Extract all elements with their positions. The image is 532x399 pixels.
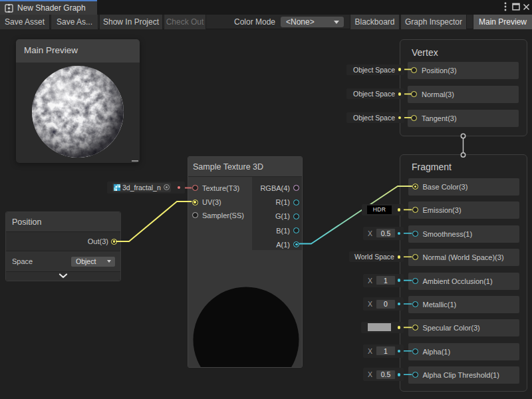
position-binding-widget[interactable]: Object Space	[346, 65, 404, 75]
r-output-label: R(1)	[276, 198, 290, 206]
texture-object-field[interactable]: 3d_fractal_n	[112, 183, 171, 192]
ambient-occlusion-float-widget[interactable]: X 1	[363, 274, 404, 287]
window-menu-button[interactable]	[504, 0, 507, 13]
alpha-widget-dot	[398, 350, 401, 353]
metallic-x-label: X	[368, 300, 372, 308]
metallic-float-widget[interactable]: X 0	[363, 297, 404, 311]
alpha-value-field[interactable]: 1	[376, 346, 396, 356]
fragment-slot-metallic: Metallic(1)	[408, 296, 519, 313]
smoothness-x-label: X	[368, 229, 372, 237]
normal-binding-widget[interactable]: Object Space	[346, 88, 404, 99]
sampler-input-port[interactable]	[192, 212, 198, 218]
graph-inspector-label: Graph Inspector	[405, 17, 462, 27]
smoothness-widget-dot	[398, 232, 401, 235]
color-mode-dropdown[interactable]: <None>	[281, 17, 344, 27]
position-out-port[interactable]	[111, 239, 117, 245]
vertex-position-port[interactable]	[411, 67, 417, 73]
blackboard-toggle-button[interactable]: Blackboard	[350, 15, 400, 29]
alpha-clip-port[interactable]	[412, 372, 418, 378]
position-binding-dot	[398, 68, 402, 71]
metallic-value-field[interactable]: 0	[376, 299, 396, 309]
main-preview-label: Main Preview	[479, 17, 527, 27]
ambient-occlusion-port[interactable]	[412, 278, 418, 284]
vertex-slot-normal: Normal(3)	[408, 86, 519, 103]
g-output-label: G(1)	[275, 212, 290, 220]
toolbar: Save Asset Save As... Show In Project Ch…	[0, 15, 532, 29]
graph-inspector-toggle-button[interactable]: Graph Inspector	[400, 15, 467, 29]
base-color-label: Base Color(3)	[423, 183, 468, 191]
emission-widget-dot	[398, 208, 401, 211]
vertex-normal-label: Normal(3)	[422, 90, 454, 98]
rgba-output-label: RGBA(4)	[260, 184, 290, 192]
emission-hdr-widget[interactable]: HDR	[362, 204, 404, 215]
alpha-label: Alpha(1)	[423, 348, 451, 356]
main-preview-header[interactable]: Main Preview	[16, 39, 140, 63]
tangent-binding-widget[interactable]: Object Space	[346, 112, 404, 123]
normal-widget-dot	[398, 255, 401, 259]
sample-texture-3d-node[interactable]: Sample Texture 3D Texture(T3) UV(3) Samp…	[188, 156, 303, 368]
normal-space-widget[interactable]: World Space	[349, 251, 404, 262]
sample-texture-titlebar: Sample Texture 3D	[188, 157, 302, 177]
position-collapse-bar[interactable]	[6, 272, 120, 281]
g-output-port[interactable]	[293, 213, 299, 219]
metallic-port[interactable]	[412, 301, 418, 307]
collapse-chevron-icon	[59, 273, 68, 279]
window-maximize-button[interactable]	[512, 0, 520, 13]
specular-color-swatch[interactable]	[368, 323, 391, 331]
save-as-button[interactable]: Save As...	[51, 15, 98, 29]
position-space-dropdown[interactable]: Object	[71, 257, 115, 267]
alpha-clip-value-field[interactable]: 0.5	[376, 370, 396, 380]
show-in-project-button[interactable]: Show In Project	[99, 15, 163, 29]
sample-texture-title: Sample Texture 3D	[193, 162, 263, 172]
window-close-button[interactable]	[523, 0, 530, 13]
ao-value-field[interactable]: 1	[376, 275, 396, 285]
vertex-position-label: Position(3)	[422, 66, 457, 74]
uv-input-port[interactable]	[192, 200, 198, 205]
vertex-slot-position: Position(3)	[408, 62, 519, 79]
tab-new-shader-graph[interactable]: New Shader Graph	[0, 0, 97, 15]
blackboard-label: Blackboard	[354, 17, 394, 27]
alpha-float-widget[interactable]: X 1	[363, 344, 404, 358]
texture-preview-circle	[188, 250, 302, 367]
preview-sphere	[16, 63, 140, 163]
save-asset-button[interactable]: Save Asset	[0, 15, 50, 29]
smoothness-value-field[interactable]: 0.5	[376, 228, 396, 238]
emission-label: Emission(3)	[423, 206, 462, 214]
sampler-input-label: Sampler(SS)	[202, 211, 244, 219]
specular-color-widget[interactable]	[361, 322, 404, 333]
vertex-normal-port[interactable]	[411, 91, 417, 97]
shader-graph-icon	[5, 4, 13, 13]
vertex-node[interactable]: Vertex Position(3) Normal(3) Tangent(3)	[400, 39, 527, 136]
smoothness-float-widget[interactable]: X 0.5	[363, 227, 404, 240]
main-preview-toggle-button[interactable]: Main Preview	[473, 15, 532, 29]
smoothness-port[interactable]	[412, 231, 418, 237]
position-node[interactable]: Position Out(3) Space Object	[5, 211, 121, 281]
alpha-clip-label: Alpha Clip Threshold(1)	[423, 371, 499, 379]
texture-asset-name: 3d_fractal_n	[122, 184, 161, 192]
object-picker-icon[interactable]	[164, 184, 170, 190]
hdr-color-swatch[interactable]: HDR	[367, 205, 392, 214]
smoothness-value: 0.5	[381, 229, 391, 237]
vertex-tangent-port[interactable]	[411, 115, 417, 121]
vertex-tangent-label: Tangent(3)	[422, 114, 457, 122]
r-output-port[interactable]	[293, 200, 299, 205]
ao-x-label: X	[368, 277, 372, 285]
normal-binding-dot	[398, 92, 402, 96]
kebab-menu-icon	[504, 2, 507, 11]
normal-ws-port[interactable]	[412, 254, 418, 260]
alpha-clip-float-widget[interactable]: X 0.5	[363, 368, 404, 381]
texture-3d-asset-icon	[114, 184, 120, 191]
specular-color-port[interactable]	[412, 325, 418, 331]
base-color-port[interactable]	[412, 184, 418, 190]
alpha-port[interactable]	[412, 348, 418, 354]
fragment-slot-normal: Normal (World Space)(3)	[408, 249, 519, 266]
hdr-swatch-label: HDR	[373, 206, 386, 213]
fragment-slot-alpha-clip: Alpha Clip Threshold(1)	[408, 366, 519, 384]
fragment-node[interactable]: Fragment Base Color(3) Emission(3) Smoot…	[400, 154, 527, 392]
preview-resize-handle[interactable]	[132, 160, 138, 162]
graph-canvas[interactable]: Main Preview	[0, 29, 532, 399]
color-mode-value: <None>	[286, 17, 315, 27]
fragment-slot-emission: Emission(3)	[408, 201, 519, 219]
emission-port[interactable]	[412, 207, 418, 213]
texture-input-port[interactable]	[192, 185, 198, 191]
